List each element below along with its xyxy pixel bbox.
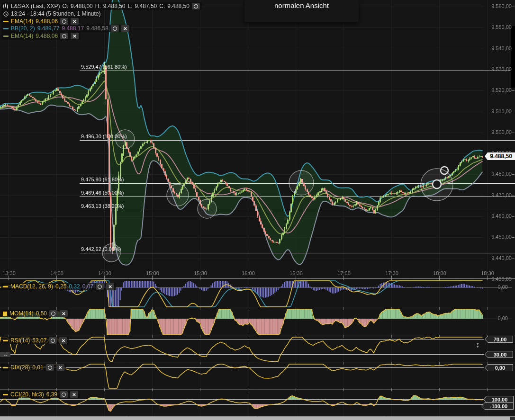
tag-text: 100,00 [483,396,514,403]
overlay-settings-button[interactable] [60,18,68,25]
macd-settings-button[interactable] [96,283,104,290]
overlay-row-ema2: EMA(14) 9.488,06 ✕ [1,32,81,40]
price-axis-label: 9.550,00 [491,24,512,30]
price-axis-label: 9.560,00 [491,3,512,9]
time-axis-label: 14:00 [48,270,65,276]
tag-text: 30,00 [485,351,513,358]
bb-mid-value: 9.488,17 [62,25,84,32]
price-axis-label: 9.530,00 [491,66,512,72]
price-axis-label: 9.500,00 [491,129,512,135]
time-axis-label: 14:30 [96,270,113,276]
horizontal-scrollbar[interactable] [0,417,515,420]
macd-hist-value: 0,07 [82,283,93,290]
price-axis-label: 9.430,00 [491,276,512,282]
mom-label: MOM(14) [9,310,34,317]
macd-label: MACD(12, 26, 9) [10,283,53,290]
ohlc-low-value: 9.487,50 [135,3,157,9]
mom-settings-button[interactable] [49,310,57,317]
ohlc-close-label: C: [159,3,165,9]
rsi-lower-level-tag: 30,00 [485,351,513,358]
view-tooltip: normalen Ansicht [244,0,359,22]
time-axis-label: 15:30 [192,270,209,276]
rsi-value: 53,07 [32,337,46,344]
trading-chart-window: L&SAX (Last, XXP) O: 9.488,00 H: 9.488,5… [0,0,515,420]
rsi-settings-button[interactable] [49,337,57,344]
time-axis-label: 17:00 [335,270,352,276]
fibonacci-level-label: 9.496,30 (100.00%) [81,134,127,139]
ohlc-open-value: 9.488,00 [71,3,93,9]
current-price-tag: 9.488,50 [485,152,515,160]
macd-zero-label: 0,00 [498,284,508,290]
price-axis-label: 9.540,00 [491,45,512,51]
dix-zero-level-tag: 0,00 [485,364,513,371]
price-axis-label: 9.510,00 [491,108,512,114]
cci-remove-button[interactable]: ✕ [70,391,78,398]
chart-type-icon [3,3,9,9]
mom-remove-button[interactable]: ✕ [60,310,68,317]
ohlc-open-label: O: [62,3,68,9]
tag-text: 70,00 [485,336,513,343]
ring-icon [51,312,55,316]
overlay-name: EMA(14) [11,33,33,39]
fibonacci-level-label: 9.475,80 (61.80%) [81,177,124,182]
dix-header-row: DIX(28) 0,01 ✕ [1,364,66,371]
tooltip-text: normalen Ansicht [274,1,329,9]
cci-label: CCI(20, hlc3) [10,391,44,398]
bb-line-icon [3,28,9,29]
macd-line-icon [3,286,8,287]
fibonacci-level-label: 9.442,62 (0.00%) [81,246,121,252]
horizontal-arrows-icon: ↔ [3,352,8,357]
collapse-chevron-icon[interactable]: ▾▾ [477,343,479,349]
ohlc-low-label: L: [128,3,133,9]
time-axis-label: 16:30 [288,270,305,276]
rsi-remove-button[interactable]: ✕ [59,337,67,344]
dix-value: 0,01 [32,364,43,371]
mom-header-row: MOM(14) 0,50 ✕ [1,310,70,317]
dix-settings-button[interactable] [46,364,54,371]
time-axis-label: 13:30 [0,270,18,276]
price-axis-label: 9.440,00 [491,255,512,261]
fibonacci-level-label: 9.469,46 (50.00%) [81,190,124,196]
ring-icon [98,285,102,289]
dix-line-icon [3,367,8,368]
rsi-upper-level-tag: 70,00 [485,336,513,343]
cci-settings-button[interactable] [60,391,68,398]
overlay-settings-button[interactable] [60,33,68,39]
panel-edge-block [511,26,515,88]
level-drag-handle[interactable]: ↔ [0,352,10,357]
overlay-name: BB(20, 2) [11,25,35,32]
ohlc-high-value: 9.488,50 [103,3,126,9]
cci-lower-level-tag: -100,00 [481,402,514,410]
chart-canvas[interactable] [0,0,515,420]
symbol-header-row: L&SAX (Last, XXP) O: 9.488,00 H: 9.488,5… [1,2,202,10]
rsi-header-row: RSI(14) 53,07 ✕ [1,337,69,344]
macd-header-row: MACD(12, 26, 9) 0,25 0,32 0,07 ✕ [1,283,116,290]
symbol-settings-button[interactable] [192,3,200,9]
cci-upper-level-tag: 100,00 [483,396,514,403]
price-axis-label: 9.470,00 [491,192,512,198]
timespan-label: 13:24 - 18:44 (5 Stunden, 1 Minute) [11,10,100,17]
scrollbar-corner [510,417,515,420]
price-axis-label: 9.520,00 [491,87,512,93]
macd-remove-button[interactable]: ✕ [106,283,114,290]
overlay-value: 9.488,06 [36,33,58,39]
overlay-remove-button[interactable]: ✕ [121,25,129,32]
timespan-row: 13:24 - 18:44 (5 Stunden, 1 Minute) [1,10,102,18]
overlay-remove-button[interactable]: ✕ [71,18,79,25]
time-axis-label: 18:30 [479,270,496,276]
ring-icon [62,393,66,397]
overlay-remove-button[interactable]: ✕ [71,33,79,39]
dix-remove-button[interactable]: ✕ [56,364,64,371]
bb-lower-value: 9.486,58 [86,25,108,32]
bb-upper-value: 9.489,77 [37,25,60,32]
macd-signal-value: 0,32 [69,283,80,290]
time-axis-label: 16:00 [240,270,257,276]
price-axis-label: 9.450,00 [491,234,512,240]
mom-zero-label: 0,00 [498,315,508,321]
fibonacci-level-label: 9.529,47 (161.80%) [81,64,127,70]
time-axis-label: 18:00 [431,270,448,276]
cci-line-icon [3,394,8,395]
time-axis-label: 17:30 [383,270,400,276]
ring-icon [113,27,117,31]
overlay-settings-button[interactable] [111,25,119,32]
